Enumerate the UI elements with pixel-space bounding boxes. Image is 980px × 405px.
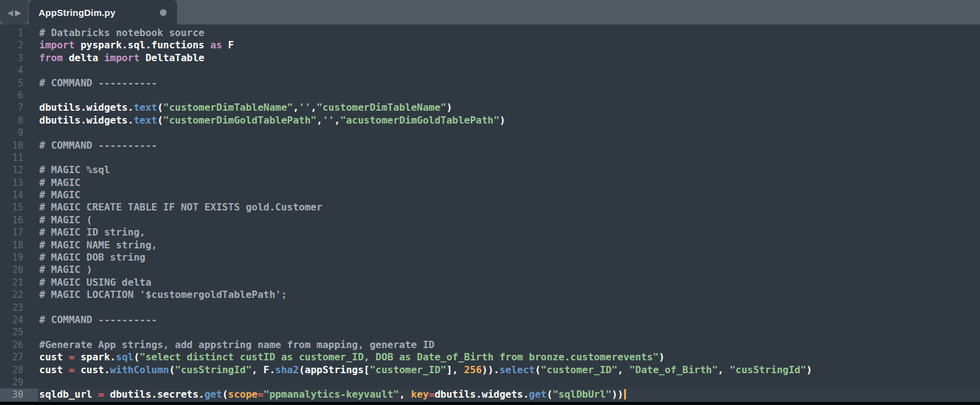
code-line: 22# MAGIC LOCATION '$customergoldTablePa… <box>0 289 980 301</box>
line-number: 1 <box>0 27 38 39</box>
line-number: 11 <box>0 152 38 164</box>
line-number: 26 <box>0 339 38 351</box>
code-text: dbutils.widgets.text("customerDimGoldTab… <box>38 114 505 127</box>
code-text: # MAGIC ID string, <box>38 226 145 239</box>
code-line: 30sqldb_url = dbutils.secrets.get(scope=… <box>0 388 980 401</box>
line-number: 18 <box>0 239 38 251</box>
code-text: cust = cust.withColumn("cusStringId", F.… <box>38 364 812 376</box>
tab-appstringdim-py[interactable]: AppStringDim.py <box>29 0 177 24</box>
code-text: # MAGIC <box>38 177 80 189</box>
code-text: from delta import DeltaTable <box>38 52 205 64</box>
code-text: # Databricks notebook source <box>38 27 205 39</box>
nav-back-icon[interactable]: ◀ <box>7 9 13 17</box>
code-line: 1# Databricks notebook source <box>0 27 980 39</box>
code-line: 25 <box>0 326 980 338</box>
code-text: # MAGIC USING delta <box>38 277 151 289</box>
tab-bar: ◀ ▶ AppStringDim.py <box>0 0 980 24</box>
code-line: 8dbutils.widgets.text("customerDimGoldTa… <box>0 114 980 127</box>
line-number: 21 <box>0 277 38 289</box>
code-text: # MAGIC NAME string, <box>38 239 157 251</box>
code-text: # COMMAND ---------- <box>38 139 157 152</box>
code-line: 3from delta import DeltaTable <box>0 52 980 64</box>
tab-title: AppStringDim.py <box>39 7 116 18</box>
code-line: 23 <box>0 302 980 314</box>
code-line: 12# MAGIC %sql <box>0 164 980 176</box>
code-line: 6 <box>0 89 980 102</box>
code-text: # COMMAND ---------- <box>38 77 157 89</box>
code-line: 10# COMMAND ---------- <box>0 139 980 152</box>
code-line: 28cust = cust.withColumn("cusStringId", … <box>0 364 980 376</box>
line-number: 28 <box>0 364 38 376</box>
line-number: 3 <box>0 52 38 64</box>
line-number: 12 <box>0 164 38 176</box>
line-number: 25 <box>0 326 38 338</box>
line-number: 6 <box>0 89 38 102</box>
code-line: 11 <box>0 152 980 164</box>
code-line: 13# MAGIC <box>0 177 980 189</box>
code-text: # MAGIC ( <box>38 214 92 226</box>
code-line: 19# MAGIC DOB string <box>0 251 980 264</box>
line-number: 27 <box>0 351 38 363</box>
code-line: 20# MAGIC ) <box>0 264 980 276</box>
line-number: 14 <box>0 189 38 201</box>
line-number: 19 <box>0 251 38 264</box>
line-number: 13 <box>0 177 38 189</box>
line-number: 4 <box>0 64 38 76</box>
code-text: dbutils.widgets.text("customerDimTableNa… <box>38 102 452 114</box>
line-number: 7 <box>0 102 38 114</box>
line-number: 17 <box>0 226 38 239</box>
code-text: # MAGIC CREATE TABLE IF NOT EXISTS gold.… <box>38 201 322 214</box>
code-line: 7dbutils.widgets.text("customerDimTableN… <box>0 102 980 114</box>
text-caret <box>624 389 626 399</box>
code-text: cust = spark.sql("select distinct custID… <box>38 351 665 363</box>
code-text: #Generate App strings, add appstring nam… <box>38 339 434 351</box>
code-line: 24# COMMAND ---------- <box>0 314 980 326</box>
code-line: 2import pyspark.sql.functions as F <box>0 39 980 51</box>
code-line: 17# MAGIC ID string, <box>0 226 980 239</box>
code-line: 4 <box>0 64 980 76</box>
code-line: 14# MAGIC <box>0 189 980 201</box>
line-number: 16 <box>0 214 38 226</box>
code-line: 21# MAGIC USING delta <box>0 277 980 289</box>
window-bottom-edge <box>0 402 980 405</box>
line-number: 29 <box>0 376 38 388</box>
code-line: 26#Generate App strings, add appstring n… <box>0 339 980 351</box>
code-editor[interactable]: 1# Databricks notebook source2import pys… <box>0 24 980 405</box>
line-number: 9 <box>0 127 38 139</box>
line-number: 2 <box>0 39 38 51</box>
code-text: # MAGIC ) <box>38 264 92 276</box>
nav-forward-icon[interactable]: ▶ <box>15 9 21 17</box>
line-number: 30 <box>0 388 38 401</box>
code-text: # MAGIC <box>38 189 80 201</box>
code-text: # MAGIC %sql <box>38 164 110 176</box>
line-number: 15 <box>0 201 38 214</box>
editor-window: ◀ ▶ AppStringDim.py 1# Databricks notebo… <box>0 0 980 405</box>
code-line: 27cust = spark.sql("select distinct cust… <box>0 351 980 363</box>
line-number: 20 <box>0 264 38 276</box>
code-text: sqldb_url = dbutils.secrets.get(scope="p… <box>38 388 626 401</box>
line-number: 22 <box>0 289 38 301</box>
code-line: 16# MAGIC ( <box>0 214 980 226</box>
tab-nav-controls: ◀ ▶ <box>0 0 28 24</box>
line-number: 24 <box>0 314 38 326</box>
line-number: 10 <box>0 139 38 152</box>
code-text: # COMMAND ---------- <box>38 314 157 326</box>
code-line: 29 <box>0 376 980 388</box>
code-text: # MAGIC LOCATION '$customergoldTablePath… <box>38 289 287 301</box>
modified-dot-icon[interactable] <box>160 9 167 16</box>
code-line: 5# COMMAND ---------- <box>0 77 980 89</box>
code-line: 15# MAGIC CREATE TABLE IF NOT EXISTS gol… <box>0 201 980 214</box>
line-number: 23 <box>0 302 38 314</box>
code-text: # MAGIC DOB string <box>38 251 145 264</box>
line-number: 5 <box>0 77 38 89</box>
line-number: 8 <box>0 114 38 127</box>
code-line: 18# MAGIC NAME string, <box>0 239 980 251</box>
code-line: 9 <box>0 127 980 139</box>
code-text: import pyspark.sql.functions as F <box>38 39 234 51</box>
